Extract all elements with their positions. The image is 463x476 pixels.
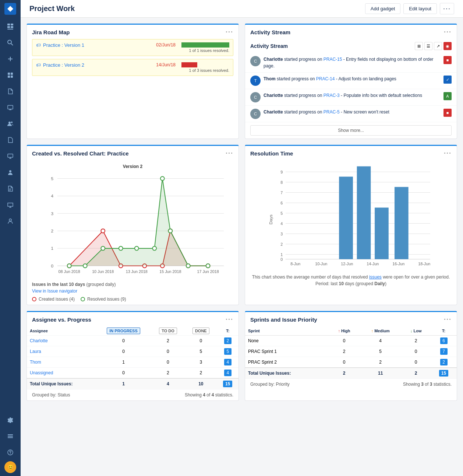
sip-total: 2 (431, 357, 457, 368)
user-avatar[interactable]: 😊 (4, 461, 16, 473)
activity-avatar: C (250, 56, 261, 66)
avp-footer: Grouped by: Status Showing 4 of 4 statis… (27, 389, 238, 400)
svg-rect-4 (7, 29, 13, 29)
activity-inner-header: Activity Stream ⊞ ☰ ↗ ◉ (245, 39, 457, 53)
cvr-menu-button[interactable]: ··· (226, 150, 233, 157)
sidebar-icon-settings[interactable] (3, 413, 18, 427)
avp-todo: 0 (151, 357, 185, 368)
sip-medium: 5 (360, 346, 401, 357)
avp-assignee-name[interactable]: Charlotte (27, 336, 96, 346)
sidebar-icon-people[interactable] (3, 116, 18, 131)
sip-sprint-name: PRAC Sprint 1 (245, 346, 329, 357)
sidebar-bottom: 😊 (3, 413, 18, 473)
activity-icon-export[interactable]: ↗ (434, 42, 442, 50)
rt-period-days: 10 (339, 281, 343, 286)
sidebar-icon-create[interactable] (3, 52, 18, 66)
sidebar-icon-file3[interactable] (3, 181, 18, 196)
activity-issue-link[interactable]: PRAC-3 (324, 93, 340, 98)
sip-col-low: ↓ Low (401, 326, 431, 336)
sidebar-icon-file2[interactable] (3, 133, 18, 147)
svg-rect-24 (8, 203, 13, 206)
activity-inner-title: Activity Stream (250, 43, 288, 49)
activity-issue-link[interactable]: PRAC-5 (324, 109, 340, 115)
sip-total-label: Total Unique Issues: (245, 368, 329, 378)
sidebar-icon-monitor2[interactable] (3, 149, 18, 164)
avp-in-progress: 0 (96, 336, 151, 346)
sidebar-icon-search[interactable] (3, 35, 18, 50)
sip-total-medium: 11 (360, 368, 401, 378)
sidebar-icon-board[interactable] (3, 19, 18, 34)
activity-widget: Activity Stream ··· Activity Stream ⊞ ☰ … (245, 24, 457, 139)
activity-issue-link[interactable]: PRAC-14 (316, 76, 335, 81)
activity-icon-rss[interactable]: ◉ (443, 42, 452, 50)
app-logo[interactable] (4, 3, 16, 15)
sip-sprint-name: None (245, 336, 329, 346)
avp-col-in-progress: IN PROGRESS (96, 326, 151, 336)
more-options-button[interactable]: ··· (440, 3, 454, 14)
activity-issue-link[interactable]: PRAC-15 (324, 57, 342, 62)
rt-chart: Days 0 1 2 3 4 (245, 160, 457, 272)
avp-in-progress: 0 (96, 346, 151, 357)
svg-text:Days: Days (268, 214, 273, 224)
sidebar-icon-file[interactable] (3, 84, 18, 99)
sidebar-icon-people3[interactable] (3, 214, 18, 228)
svg-rect-3 (11, 26, 13, 28)
show-more-button[interactable]: Show more... (250, 125, 452, 136)
sidebar-icon-help[interactable] (3, 445, 18, 460)
sidebar-icon-menu[interactable] (3, 429, 18, 444)
activity-menu-button[interactable]: ··· (444, 28, 452, 36)
roadmap-item-name[interactable]: 🏷 Practice : Version 2 (36, 62, 153, 68)
svg-rect-28 (8, 436, 13, 437)
rt-chart-svg: Days 0 1 2 3 4 (250, 164, 452, 267)
activity-user: Charlotte (264, 93, 283, 98)
avp-assignee-name[interactable]: Unassigned (27, 368, 96, 379)
rt-menu-button[interactable]: ··· (444, 150, 452, 157)
sip-menu-button[interactable]: ··· (444, 316, 452, 323)
table-row: PRAC Sprint 2 0 2 0 2 (245, 357, 457, 368)
sip-medium: 2 (360, 357, 401, 368)
sip-low: 2 (401, 336, 431, 346)
cvr-resolved-label: Resolved issues (9) (87, 297, 126, 302)
activity-item: T Thom started progress on PRAC-14 - Adj… (245, 73, 457, 89)
svg-rect-0 (7, 24, 10, 25)
svg-text:4: 4 (51, 193, 54, 199)
table-row: Unassigned 0 2 2 4 (27, 368, 238, 379)
sidebar-icon-dashboard[interactable] (3, 68, 18, 83)
roadmap-item-name[interactable]: 🏷 Practice : Version 1 (36, 42, 153, 48)
svg-text:17 Jun 2018: 17 Jun 2018 (197, 269, 219, 274)
svg-rect-2 (7, 26, 10, 28)
activity-item: C Charlotte started progress on PRAC-15 … (245, 53, 457, 73)
svg-text:4: 4 (280, 221, 283, 226)
avp-menu-button[interactable]: ··· (226, 316, 233, 323)
avp-assignee-name[interactable]: Laura (27, 346, 96, 357)
activity-header: Activity Stream ··· (245, 25, 457, 39)
main-content: Project Work Add gadget Edit layout ··· … (21, 0, 463, 476)
activity-icon-grid[interactable]: ⊞ (415, 42, 423, 50)
add-gadget-button[interactable]: Add gadget (365, 3, 401, 14)
cvr-created-label: Created issues (4) (39, 297, 75, 302)
page-title: Project Work (29, 4, 75, 13)
sip-total-row: Total Unique Issues: 2 11 2 15 (245, 368, 457, 378)
rt-bar (375, 207, 389, 259)
svg-rect-18 (8, 154, 13, 157)
rt-issues-link[interactable]: issues (369, 274, 382, 280)
edit-layout-button[interactable]: Edit layout (403, 3, 437, 14)
roadmap-item: 🏷 Practice : Version 2 14/Jun/18 1 of 3 … (32, 59, 233, 76)
created-resolved-widget: Created vs. Resolved Chart: Practice ···… (26, 145, 239, 305)
cvr-issue-navigator-link[interactable]: View in Issue navigator (32, 288, 77, 294)
roadmap-bar-container: 1 of 3 issues resolved. (181, 62, 229, 73)
roadmap-menu-button[interactable]: ··· (226, 28, 233, 36)
sidebar-icon-people2[interactable] (3, 165, 18, 180)
sidebar-icon-monitor[interactable] (3, 100, 18, 115)
svg-rect-29 (8, 437, 13, 438)
svg-text:10 Jun 2018: 10 Jun 2018 (92, 269, 114, 274)
topbar: Project Work Add gadget Edit layout ··· (21, 0, 463, 18)
sip-footer: Grouped by: Priority Showing 3 of 3 stat… (245, 378, 457, 390)
sip-col-sprint: Sprint (245, 326, 329, 336)
activity-icon-list[interactable]: ☰ (424, 42, 432, 50)
avp-table: Assignee IN PROGRESS TO DO DONE T: Charl… (27, 326, 238, 389)
avp-assignee-name[interactable]: Thom (27, 357, 96, 368)
sidebar-icon-monitor3[interactable] (3, 197, 18, 212)
avp-todo: 2 (151, 336, 185, 346)
avp-total-row: Total Unique Issues: 1 4 10 15 (27, 378, 238, 389)
